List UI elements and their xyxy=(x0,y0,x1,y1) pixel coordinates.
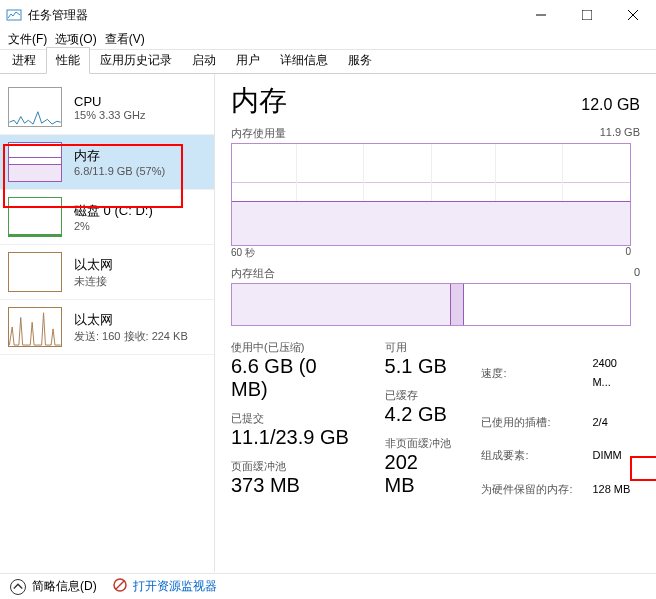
paged-label: 页面缓冲池 xyxy=(231,459,359,474)
sidebar-item-sub: 15% 3.33 GHz xyxy=(74,109,146,121)
form-label: 组成要素: xyxy=(481,440,590,471)
close-button[interactable] xyxy=(610,0,656,30)
nonpaged-label: 非页面缓冲池 xyxy=(385,436,454,451)
hw-reserved-label: 为硬件保留的内存: xyxy=(481,474,590,505)
sidebar-item-label: 以太网 xyxy=(74,311,188,329)
menu-file[interactable]: 文件(F) xyxy=(8,31,47,48)
sidebar-item-ethernet-2[interactable]: 以太网 发送: 160 接收: 224 KB xyxy=(0,300,214,355)
composition-right: 0 xyxy=(634,266,640,281)
available-value: 5.1 GB xyxy=(385,355,454,378)
resource-monitor-icon xyxy=(113,578,127,595)
body: CPU 15% 3.33 GHz 内存 6.8/11.9 GB (57%) 磁盘… xyxy=(0,74,656,572)
sidebar-item-sub: 6.8/11.9 GB (57%) xyxy=(74,165,165,177)
cached-value: 4.2 GB xyxy=(385,403,454,426)
memory-sparkline-icon xyxy=(8,142,62,182)
cached-label: 已缓存 xyxy=(385,388,454,403)
tab-bar: 进程 性能 应用历史记录 启动 用户 详细信息 服务 xyxy=(0,50,656,74)
memory-composition-bar[interactable] xyxy=(231,283,631,326)
brief-view-link[interactable]: 简略信息(D) xyxy=(32,578,97,595)
menu-options[interactable]: 选项(O) xyxy=(55,31,96,48)
total-memory: 12.0 GB xyxy=(581,96,640,114)
sidebar-item-sub: 发送: 160 接收: 224 KB xyxy=(74,329,188,344)
composition-label: 内存组合 xyxy=(231,266,275,281)
sidebar-item-disk[interactable]: 磁盘 0 (C: D:) 2% xyxy=(0,190,214,245)
paged-value: 373 MB xyxy=(231,474,359,497)
tab-services[interactable]: 服务 xyxy=(338,47,382,74)
memory-usage-graph[interactable] xyxy=(231,143,631,246)
speed-value: 2400 M... xyxy=(592,342,638,405)
speed-label: 速度: xyxy=(481,342,590,405)
disk-sparkline-icon xyxy=(8,197,62,237)
sidebar-item-memory[interactable]: 内存 6.8/11.9 GB (57%) xyxy=(0,135,214,190)
sidebar-item-cpu[interactable]: CPU 15% 3.33 GHz xyxy=(0,80,214,135)
tab-app-history[interactable]: 应用历史记录 xyxy=(90,47,182,74)
slots-value: 2/4 xyxy=(592,407,638,438)
svg-line-6 xyxy=(116,581,124,589)
xaxis-right: 0 xyxy=(625,246,631,260)
in-use-value: 6.6 GB (0 MB) xyxy=(231,355,359,401)
svg-rect-2 xyxy=(582,10,592,20)
maximize-button[interactable] xyxy=(564,0,610,30)
form-value: DIMM xyxy=(592,440,638,471)
open-resource-monitor-link[interactable]: 打开资源监视器 xyxy=(133,578,217,595)
sidebar-item-label: 内存 xyxy=(74,147,165,165)
chevron-up-icon[interactable] xyxy=(10,579,26,595)
system-info-table: 速度: 2400 M... 已使用的插槽: 2/4 组成要素: DIMM 为硬件… xyxy=(479,340,640,507)
footer: 简略信息(D) 打开资源监视器 xyxy=(0,573,656,599)
app-icon xyxy=(6,7,22,23)
usage-graph-label: 内存使用量 xyxy=(231,126,286,141)
composition-in-use xyxy=(232,284,451,325)
window-title: 任务管理器 xyxy=(28,7,518,24)
slots-label: 已使用的插槽: xyxy=(481,407,590,438)
sidebar-item-label: CPU xyxy=(74,94,146,109)
tab-details[interactable]: 详细信息 xyxy=(270,47,338,74)
sidebar-item-sub: 2% xyxy=(74,220,153,232)
nonpaged-value: 202 MB xyxy=(385,451,454,497)
stats-grid: 使用中(已压缩) 6.6 GB (0 MB) 已提交 11.1/23.9 GB … xyxy=(231,340,640,507)
ethernet-sparkline-icon xyxy=(8,252,62,292)
tab-processes[interactable]: 进程 xyxy=(2,47,46,74)
sidebar-item-label: 磁盘 0 (C: D:) xyxy=(74,202,153,220)
xaxis-left: 60 秒 xyxy=(231,246,255,260)
minimize-button[interactable] xyxy=(518,0,564,30)
ethernet-sparkline-icon xyxy=(8,307,62,347)
tab-startup[interactable]: 启动 xyxy=(182,47,226,74)
composition-modified xyxy=(451,284,464,325)
committed-value: 11.1/23.9 GB xyxy=(231,426,359,449)
cpu-sparkline-icon xyxy=(8,87,62,127)
tab-performance[interactable]: 性能 xyxy=(46,47,90,74)
sidebar: CPU 15% 3.33 GHz 内存 6.8/11.9 GB (57%) 磁盘… xyxy=(0,74,215,572)
in-use-label: 使用中(已压缩) xyxy=(231,340,359,355)
tab-users[interactable]: 用户 xyxy=(226,47,270,74)
sidebar-item-ethernet-1[interactable]: 以太网 未连接 xyxy=(0,245,214,300)
content-area: 内存 12.0 GB 内存使用量 11.9 GB 60 秒 0 内存组合 0 xyxy=(215,74,656,572)
menu-view[interactable]: 查看(V) xyxy=(105,31,145,48)
committed-label: 已提交 xyxy=(231,411,359,426)
sidebar-item-label: 以太网 xyxy=(74,256,113,274)
available-label: 可用 xyxy=(385,340,454,355)
sidebar-item-sub: 未连接 xyxy=(74,274,113,289)
hw-reserved-value: 128 MB xyxy=(592,474,638,505)
usage-graph-max: 11.9 GB xyxy=(600,126,640,141)
page-title: 内存 xyxy=(231,82,287,120)
composition-standby xyxy=(464,284,630,325)
title-bar: 任务管理器 xyxy=(0,0,656,30)
